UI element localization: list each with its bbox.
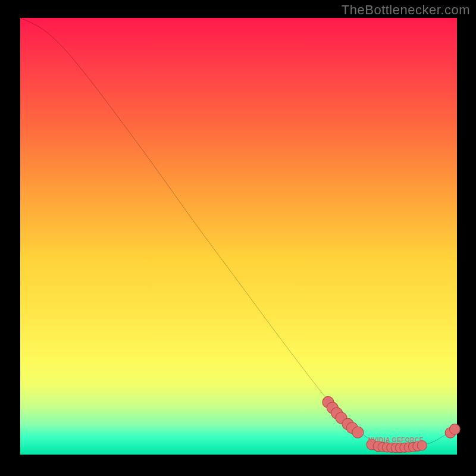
series-label: NVIDIA GEFORCE bbox=[368, 437, 424, 443]
chart-svg bbox=[20, 18, 457, 455]
chart-frame: TheBottlenecker.com NVIDIA GEFORCE bbox=[0, 0, 476, 476]
plot-area: NVIDIA GEFORCE bbox=[20, 18, 457, 455]
data-dot bbox=[450, 424, 461, 435]
data-dot bbox=[352, 427, 364, 438]
watermark-text: TheBottlenecker.com bbox=[342, 2, 470, 18]
bottleneck-curve bbox=[20, 18, 457, 448]
data-dots bbox=[322, 396, 460, 452]
